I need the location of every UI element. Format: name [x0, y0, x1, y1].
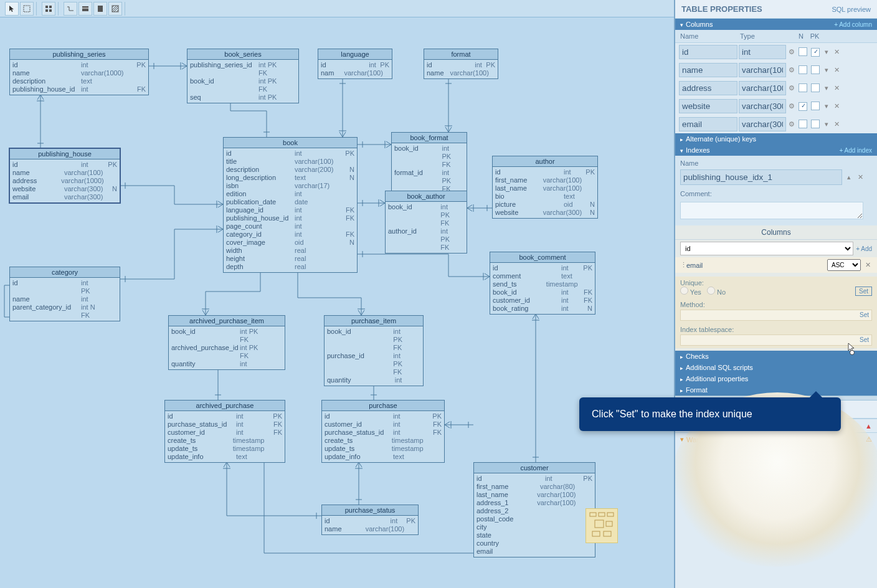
gear-icon[interactable]: ⚙: [787, 66, 796, 75]
erd-table-archived_purchase[interactable]: archived_purchaseidintPKpurchase_status_…: [164, 400, 285, 463]
minimap-thumbnail[interactable]: [585, 508, 618, 543]
gear-icon[interactable]: ⚙: [787, 120, 796, 129]
erd-table-book_format[interactable]: book_formatbook_idint PK FKformat_idint …: [391, 132, 467, 195]
index-name-input[interactable]: [680, 169, 842, 185]
remove-icon[interactable]: ✕: [832, 120, 841, 128]
pk-checkbox[interactable]: [811, 120, 820, 128]
erd-column-row: email: [474, 548, 595, 556]
erd-table-book_series[interactable]: book_seriespublishing_series_idint PK FK…: [187, 49, 299, 103]
nullable-checkbox[interactable]: [799, 120, 807, 128]
checks-section-header[interactable]: ▸Checks: [675, 351, 877, 362]
pk-checkbox[interactable]: [811, 48, 820, 57]
sql-preview-link[interactable]: SQL preview: [832, 6, 871, 13]
column-type-input[interactable]: [739, 81, 786, 95]
remove-icon[interactable]: ✕: [832, 84, 841, 92]
scripts-section-header[interactable]: ▸Additional SQL scripts: [675, 362, 877, 373]
remove-icon[interactable]: ✕: [832, 48, 841, 56]
erd-table-title: archived_purchase_item: [169, 316, 285, 326]
nullable-checkbox[interactable]: [799, 47, 807, 56]
erd-table-publishing_series[interactable]: publishing_seriesidintPKnamevarchar(1000…: [9, 49, 149, 95]
erd-column-row: first_namevarchar(80): [474, 483, 595, 491]
erd-table-purchase_status[interactable]: purchase_statusidintPKnamevarchar(100): [321, 505, 419, 535]
column-type-input[interactable]: [739, 99, 786, 113]
erd-table-book[interactable]: bookidintPKtitlevarchar(100)descriptionv…: [223, 137, 358, 273]
table-tool[interactable]: [78, 2, 92, 16]
index-order-select[interactable]: ASC: [827, 259, 861, 271]
grid-tool[interactable]: [42, 2, 55, 16]
pk-checkbox[interactable]: [811, 102, 820, 110]
altkeys-section-header[interactable]: ▸Alternate (unique) keys: [675, 133, 877, 145]
warnings-row[interactable]: ▾ Warnings (0) ⚠: [675, 432, 877, 446]
nullable-checkbox[interactable]: [799, 65, 807, 74]
remove-icon[interactable]: ✕: [832, 66, 841, 74]
index-column-select[interactable]: id: [680, 242, 853, 255]
erd-table-title: book_author: [386, 191, 467, 202]
erd-canvas[interactable]: publishing_seriesidintPKnamevarchar(1000…: [0, 17, 674, 588]
gear-icon[interactable]: ⚙: [787, 102, 796, 111]
dropdown-icon[interactable]: ▾: [822, 66, 831, 74]
collapse-icon[interactable]: ▴: [845, 173, 853, 181]
marquee-tool[interactable]: [20, 2, 34, 16]
add-index-link[interactable]: + Add index: [839, 147, 872, 154]
column-type-input[interactable]: [739, 45, 786, 59]
dropdown-icon[interactable]: ▾: [822, 84, 831, 92]
erd-table-archived_purchase_item[interactable]: archived_purchase_itembook_idint PK FKar…: [168, 315, 285, 370]
gear-icon[interactable]: ⚙: [787, 84, 796, 93]
hatch-tool[interactable]: [108, 2, 122, 16]
erd-column-row: first_namevarchar(100): [493, 176, 597, 184]
dropdown-icon[interactable]: ▾: [822, 48, 831, 56]
add-column-link[interactable]: + Add column: [834, 21, 872, 28]
document-tool[interactable]: [93, 2, 107, 16]
erd-column-row: idintPK: [224, 149, 357, 158]
index-columns-header: Columns: [675, 225, 877, 240]
svg-rect-3: [45, 9, 48, 12]
erd-table-customer[interactable]: customeridintPKfirst_namevarchar(80)last…: [473, 462, 595, 557]
dropdown-icon[interactable]: ▾: [822, 102, 831, 110]
nullable-checkbox[interactable]: [799, 83, 807, 92]
erd-table-publishing_house[interactable]: publishing_houseidintPKnamevarchar(100)a…: [9, 148, 120, 203]
index-comment-input[interactable]: [680, 202, 863, 219]
column-name-input[interactable]: [679, 99, 737, 113]
column-name-input[interactable]: [679, 45, 737, 59]
unique-no-radio[interactable]: No: [707, 288, 726, 296]
gear-icon[interactable]: ⚙: [787, 48, 796, 57]
column-type-input[interactable]: [739, 63, 786, 77]
pointer-tool[interactable]: [5, 2, 19, 16]
indexes-section-header[interactable]: ▾Indexes + Add index: [675, 145, 877, 156]
pk-checkbox[interactable]: [811, 83, 820, 92]
pk-checkbox[interactable]: [811, 65, 820, 74]
unique-set-button[interactable]: Set: [855, 287, 872, 296]
erd-table-purchase[interactable]: purchaseidintPKcustomer_idintFKpurchase_…: [321, 400, 445, 463]
remove-index-icon[interactable]: ✕: [856, 173, 865, 181]
erd-table-language[interactable]: languageidintPKnamvarchar(100): [318, 49, 392, 79]
method-set-button[interactable]: Set: [856, 311, 872, 319]
erd-table-category[interactable]: categoryidint PKnameintparent_category_i…: [9, 267, 120, 321]
nullable-checkbox[interactable]: [799, 102, 807, 111]
connector-tool[interactable]: [64, 2, 77, 16]
erd-column-row: book_idint PK FK: [392, 145, 467, 169]
columns-section-header[interactable]: ▾Columns + Add column: [675, 19, 877, 30]
erd-table-purchase_item[interactable]: purchase_itembook_idint PK FKpurchase_id…: [324, 315, 424, 386]
remove-index-col-icon[interactable]: ✕: [863, 261, 872, 269]
addprops-section-header[interactable]: ▸Additional properties: [675, 373, 877, 384]
index-add-column[interactable]: + Add: [856, 245, 872, 252]
svg-rect-7: [98, 6, 103, 12]
column-name-input[interactable]: [679, 63, 737, 77]
remove-icon[interactable]: ✕: [832, 102, 841, 110]
erd-table-format[interactable]: formatidintPKnamevarchar(100): [424, 49, 498, 79]
erd-table-title: publishing_house: [10, 149, 120, 159]
column-type-input[interactable]: [739, 117, 786, 131]
erd-table-book_author[interactable]: book_authorbook_idint PK FKauthor_idint …: [385, 191, 467, 254]
erd-table-title: purchase_status: [322, 505, 418, 516]
dropdown-icon[interactable]: ▾: [822, 120, 831, 128]
erd-column-row: idint PK: [10, 279, 120, 295]
erd-table-author[interactable]: authoridintPKfirst_namevarchar(100)last_…: [492, 156, 598, 219]
column-name-input[interactable]: [679, 81, 737, 95]
erd-column-row: book_idint PK FK: [386, 203, 467, 227]
format-section-header[interactable]: ▸Format: [675, 384, 877, 396]
erd-column-row: namevarchar(100): [424, 69, 498, 77]
tablespace-set-button[interactable]: Set: [856, 336, 872, 344]
erd-table-book_comment[interactable]: book_commentidintPKcommenttextsend_tstim…: [490, 252, 595, 315]
unique-yes-radio[interactable]: Yes: [680, 288, 701, 296]
column-name-input[interactable]: [679, 117, 737, 131]
